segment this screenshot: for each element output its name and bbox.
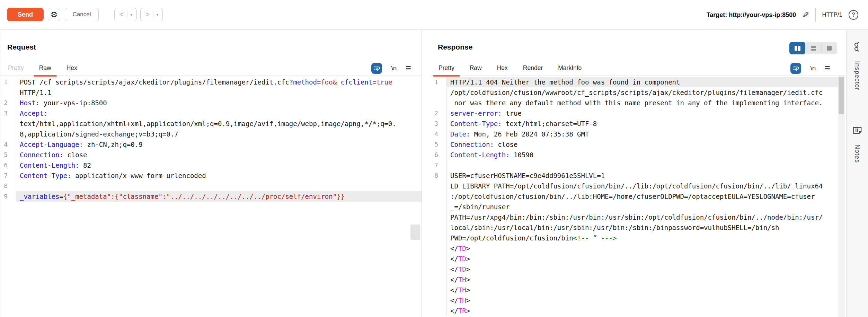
line-number [431, 285, 447, 295]
response-tab-render[interactable]: Render [515, 61, 550, 76]
line-content: local/sbin:/usr/local/bin:/usr/sbin:/usr… [447, 222, 845, 233]
code-line: 5Connection: close [0, 150, 422, 160]
line-content: PATH=/usr/xpg4/bin:/bin:/sbin:/usr/bin:/… [447, 212, 845, 222]
view-single-button[interactable] [821, 42, 837, 54]
request-editor-icons: \n ≡ [371, 61, 411, 76]
hamburger-menu-icon[interactable]: ≡ [406, 65, 411, 72]
line-number [0, 87, 16, 98]
code-line: _=/sbin/runuser [431, 202, 845, 212]
line-content: _=/sbin/runuser [447, 202, 845, 212]
code-line: </TH> [431, 285, 845, 295]
line-content: server-error: true [447, 108, 845, 118]
view-rows-button[interactable] [805, 42, 821, 54]
line-content: Connection: close [447, 139, 845, 150]
line-number: 3 [0, 108, 16, 118]
back-dropdown-icon[interactable]: ▾ [127, 13, 135, 17]
code-line: :/opt/coldfusion/cfusion/bin/../lib:HOME… [431, 191, 845, 202]
code-line: </TD> [431, 264, 845, 274]
line-number: 1 [431, 77, 447, 87]
back-button[interactable]: < ▾ [114, 8, 137, 21]
forward-chevron-icon: > [142, 8, 153, 21]
request-tab-raw[interactable]: Raw [32, 61, 59, 76]
request-editor[interactable]: 1POST /cf_scripts/scripts/ajax/ckeditor/… [0, 76, 422, 317]
line-number: 8 [431, 170, 447, 181]
response-tab-pretty[interactable]: Pretty [431, 61, 462, 76]
line-content: </TH> [447, 285, 845, 295]
request-tabs: PrettyRawHex [0, 61, 422, 76]
response-editor[interactable]: 1HTTP/1.1 404 Neither the method foo was… [431, 76, 845, 317]
line-number: 6 [0, 160, 16, 170]
edit-target-pencil-icon[interactable]: ✎ [802, 10, 809, 20]
request-scrollbar-thumb[interactable] [410, 224, 420, 240]
line-number: 6 [431, 150, 447, 160]
code-line: 4Date: Mon, 26 Feb 2024 07:35:38 GMT [431, 129, 845, 139]
line-content: /opt/coldfusion/cfusion/wwwroot/cf_scrip… [447, 87, 845, 98]
response-scrollbar-thumb[interactable] [839, 77, 844, 114]
response-tab-raw[interactable]: Raw [462, 61, 489, 76]
view-columns-button[interactable] [789, 42, 805, 54]
code-line: 5Connection: close [431, 139, 845, 150]
line-number: 1 [0, 77, 16, 87]
code-line: 9_variables={"_metadata":{"classname":".… [0, 191, 422, 202]
line-number: 5 [0, 150, 16, 160]
toolbar: Send ⚙ Cancel < ▾ > ▾ Target: http://you… [0, 0, 868, 30]
line-content: nor was there any default method with th… [447, 98, 845, 108]
line-number [431, 181, 447, 191]
word-wrap-toggle[interactable] [790, 63, 801, 74]
back-chevron-icon: < [116, 8, 127, 21]
toolbar-divider [815, 8, 816, 22]
show-newlines-toggle[interactable]: \n [391, 64, 397, 72]
word-wrap-toggle[interactable] [371, 63, 382, 74]
settings-button[interactable]: ⚙ [48, 8, 60, 21]
help-icon[interactable]: ? [849, 10, 858, 20]
line-content: Content-Length: 10590 [447, 150, 845, 160]
inspector-tab[interactable]: Inspector [847, 30, 868, 113]
http-version-label[interactable]: HTTP/1 [822, 11, 842, 18]
line-content: POST /cf_scripts/scripts/ajax/ckeditor/p… [16, 77, 422, 87]
response-panel-title: Response [438, 43, 472, 51]
response-tab-markinfo[interactable]: MarkInfo [550, 61, 589, 76]
send-button[interactable]: Send [7, 8, 44, 21]
line-content: Content-Type: application/x-www-form-url… [16, 170, 422, 181]
line-number: 5 [431, 139, 447, 150]
code-line: </TH> [431, 295, 845, 306]
line-number [431, 295, 447, 306]
line-number [0, 129, 16, 139]
code-line: 1HTTP/1.1 404 Neither the method foo was… [431, 77, 845, 87]
request-tab-hex[interactable]: Hex [59, 61, 85, 76]
code-line: text/html,application/xhtml+xml,applicat… [0, 118, 422, 129]
line-content [16, 181, 422, 191]
code-line: 8 [0, 181, 422, 191]
code-line: </TD> [431, 254, 845, 264]
line-number [431, 212, 447, 222]
line-number: 2 [431, 108, 447, 118]
code-line: 2server-error: true [431, 108, 845, 118]
line-number [431, 243, 447, 254]
notes-tab-label: Notes [853, 144, 861, 163]
line-number [0, 118, 16, 129]
forward-button[interactable]: > ▾ [140, 8, 163, 21]
response-tab-hex[interactable]: Hex [489, 61, 515, 76]
forward-dropdown-icon[interactable]: ▾ [153, 13, 161, 17]
code-line: /opt/coldfusion/cfusion/wwwroot/cf_scrip… [431, 87, 845, 98]
code-line: 6Content-Length: 10590 [431, 150, 845, 160]
show-newlines-toggle[interactable]: \n [810, 64, 816, 72]
line-content: 8,application/signed-exchange;v=b3;q=0.7 [16, 129, 422, 139]
line-number [431, 98, 447, 108]
code-line: </TH> [431, 274, 845, 285]
inspector-tab-label: Inspector [853, 61, 861, 90]
cancel-button[interactable]: Cancel [65, 8, 99, 21]
code-line: PWD=/opt/coldfusion/cfusion/bin<!-- ” --… [431, 233, 845, 243]
request-tab-pretty[interactable]: Pretty [0, 61, 32, 76]
line-number: 9 [0, 191, 16, 202]
hamburger-menu-icon[interactable]: ≡ [825, 65, 830, 72]
line-number: 4 [431, 129, 447, 139]
line-number [431, 191, 447, 202]
response-scrollbar[interactable] [838, 76, 845, 317]
line-content: </TD> [447, 243, 845, 254]
code-line: 3Content-Type: text/html;charset=UTF-8 [431, 118, 845, 129]
code-line: 1POST /cf_scripts/scripts/ajax/ckeditor/… [0, 77, 422, 87]
notes-tab[interactable]: Notes [847, 113, 868, 199]
right-sidebar: Inspector Notes [846, 30, 868, 317]
line-number: 2 [0, 98, 16, 108]
